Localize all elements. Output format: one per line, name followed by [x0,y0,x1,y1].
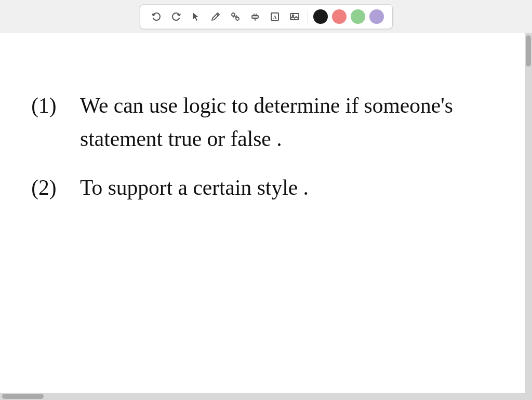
text-button[interactable]: A [266,8,284,25]
undo-button[interactable] [148,8,165,25]
color-pink-button[interactable] [332,9,347,24]
svg-text:A: A [273,15,277,20]
scroll-corner [525,393,532,400]
handwriting-content: (1) We can use logic to determine if som… [0,33,525,393]
color-black-button[interactable] [313,9,328,24]
line1-text: We can use logic to determine if someone… [80,94,453,117]
color-purple-button[interactable] [369,9,384,24]
svg-point-13 [292,15,294,17]
bottom-row [0,393,532,400]
select-button[interactable] [187,8,205,25]
svg-rect-12 [290,14,299,20]
color-green-button[interactable] [351,9,365,24]
line1-num: (1) [31,94,56,118]
tools-button[interactable] [227,8,244,25]
pencil-button[interactable] [207,8,224,25]
canvas-area: (1) We can use logic to determine if som… [0,33,532,393]
scrollbar-thumb-vertical[interactable] [526,35,531,66]
scrollbar-vertical[interactable] [525,33,532,393]
toolbar-area: A [0,0,532,33]
toolbar-separator [308,10,308,23]
marker-button[interactable] [246,8,264,25]
line3-num: (2) [31,176,56,200]
scrollbar-thumb-horizontal[interactable] [2,394,44,399]
toolbar: A [140,4,393,29]
app-container: A [0,0,532,400]
scrollbar-horizontal[interactable] [0,393,525,400]
redo-button[interactable] [167,8,185,25]
svg-line-0 [217,14,218,16]
whiteboard[interactable]: (1) We can use logic to determine if som… [0,33,525,393]
line3-text: To support a certain style . [80,176,309,199]
image-button[interactable] [286,8,303,25]
line2-text: statement true or false . [80,127,282,151]
